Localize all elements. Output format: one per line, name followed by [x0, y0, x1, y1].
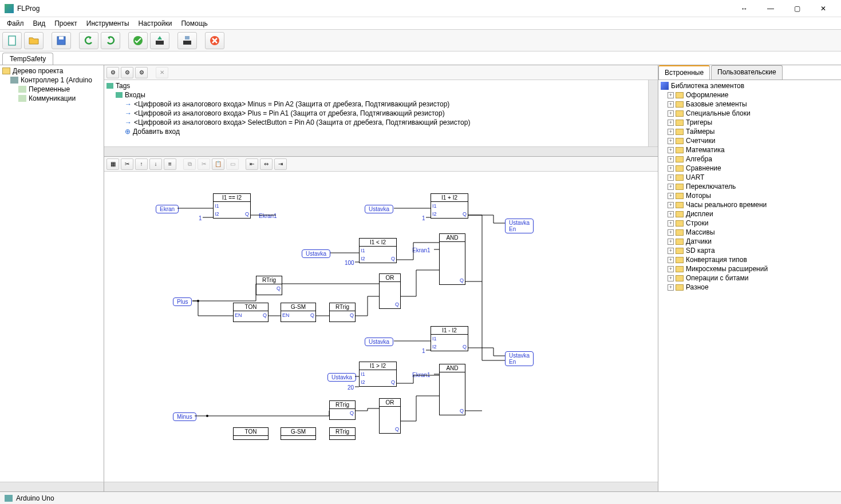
- menu-help[interactable]: Помощь: [176, 18, 212, 29]
- expand-icon[interactable]: +: [668, 174, 674, 181]
- tag-ustavka[interactable]: Ustavka: [327, 373, 356, 382]
- lib-item[interactable]: +Оформление: [660, 90, 840, 100]
- tree-controller[interactable]: Контроллер 1 (Arduino: [1, 76, 102, 85]
- lib-item[interactable]: +Операции с битами: [660, 273, 840, 283]
- compile-button[interactable]: [150, 32, 169, 49]
- redo-button[interactable]: [101, 32, 120, 49]
- tag-minus[interactable]: Minus: [173, 412, 196, 421]
- block-rtrig[interactable]: RTrig Q: [329, 400, 356, 420]
- lib-item[interactable]: +Датчики: [660, 237, 840, 246]
- new-file-button[interactable]: [2, 32, 22, 49]
- block-gt[interactable]: I1 > I2 I1I2Q: [359, 362, 397, 387]
- tag-btn-1[interactable]: ⚙: [106, 67, 119, 78]
- tree-root[interactable]: Дерево проекта: [1, 66, 102, 76]
- tag-ustavka[interactable]: Ustavka: [365, 205, 393, 213]
- block-gsm[interactable]: G-SM ENQ: [281, 303, 316, 322]
- tag-ustavka[interactable]: Ustavka: [365, 338, 393, 346]
- expand-icon[interactable]: +: [668, 266, 674, 272]
- diag-btn-copy[interactable]: ⧉: [183, 158, 196, 170]
- lib-item[interactable]: +Моторы: [660, 191, 840, 200]
- lib-item[interactable]: +Базовые элементы: [660, 100, 840, 109]
- lib-item[interactable]: +Строки: [660, 219, 840, 228]
- tag-input-row[interactable]: →<Цифровой из аналогового входа> Minus =…: [105, 100, 647, 109]
- tags-group-inputs[interactable]: Входы: [105, 90, 647, 100]
- minimize-button[interactable]: —: [757, 1, 784, 17]
- expand-icon[interactable]: +: [668, 156, 674, 162]
- diag-btn-order[interactable]: ≡: [164, 158, 176, 170]
- block-or[interactable]: OR Q: [379, 273, 401, 309]
- diag-btn-align-l[interactable]: ⇤: [246, 158, 258, 170]
- block-or[interactable]: OR Q: [379, 398, 401, 434]
- diag-btn-up[interactable]: ↑: [135, 158, 148, 170]
- block-eq[interactable]: I1 == I2 I1I2Q: [213, 193, 251, 219]
- block-rtrig[interactable]: RTrig Q: [256, 276, 282, 295]
- lib-item[interactable]: +Алгебра: [660, 154, 840, 164]
- diag-btn-align-c[interactable]: ⇔: [260, 158, 273, 170]
- tag-input-row[interactable]: →<Цифровой из аналогового входа> Plus = …: [105, 109, 647, 118]
- tab-tempsafety[interactable]: TempSafety: [2, 53, 53, 65]
- expand-icon[interactable]: +: [668, 120, 674, 126]
- expand-icon[interactable]: +: [668, 239, 674, 245]
- expand-icon[interactable]: +: [668, 129, 674, 135]
- lib-item[interactable]: +Сравнение: [660, 164, 840, 173]
- tag-add-input[interactable]: ⊕Добавить вход: [105, 127, 647, 136]
- tags-scrollbar-v[interactable]: [648, 80, 658, 146]
- block-rtrig[interactable]: RTrig Q: [329, 303, 356, 322]
- close-button[interactable]: ✕: [810, 1, 836, 17]
- tree-communications[interactable]: Коммуникации: [1, 94, 102, 103]
- diagram-canvas[interactable]: Ekran 1 I1 == I2 I1I2Q Ekran1 Ustavka 1 …: [104, 172, 658, 482]
- lib-item[interactable]: +Математика: [660, 145, 840, 154]
- lib-item[interactable]: +Специальные блоки: [660, 109, 840, 118]
- block-and[interactable]: AND Q: [439, 233, 465, 285]
- diag-btn-board[interactable]: ▦: [106, 158, 119, 170]
- expand-icon[interactable]: +: [668, 220, 674, 227]
- expand-icon[interactable]: +: [668, 257, 674, 263]
- block-sub[interactable]: I1 - I2 I1I2Q: [431, 326, 468, 351]
- lib-item[interactable]: +SD карта: [660, 246, 840, 255]
- expand-icon[interactable]: +: [668, 92, 674, 98]
- tree-variables[interactable]: Переменные: [1, 85, 102, 94]
- tag-delete-btn[interactable]: ✕: [156, 67, 168, 78]
- lib-item[interactable]: +Переключатель: [660, 182, 840, 191]
- project-scrollbar-h[interactable]: [0, 482, 104, 491]
- lib-tab-user[interactable]: Пользовательские: [711, 65, 783, 80]
- block-rtrig[interactable]: RTrig: [329, 427, 356, 440]
- diag-btn-del[interactable]: ▭: [226, 158, 239, 170]
- block-gsm[interactable]: G-SM: [281, 427, 316, 440]
- lib-item[interactable]: +UART: [660, 173, 840, 182]
- expand-icon[interactable]: +: [668, 147, 674, 153]
- tag-btn-2[interactable]: ⚙: [121, 67, 133, 78]
- expand-icon[interactable]: +: [668, 193, 674, 199]
- lib-item[interactable]: +Разное: [660, 283, 840, 292]
- lib-root[interactable]: Библиотека элементов: [660, 81, 840, 90]
- expand-icon[interactable]: +: [668, 101, 674, 108]
- maximize-button[interactable]: ▢: [784, 1, 810, 17]
- lib-item[interactable]: +Микросхемы расширений: [660, 264, 840, 273]
- expand-icon[interactable]: +: [668, 211, 674, 217]
- save-button[interactable]: [52, 32, 71, 49]
- expand-icon[interactable]: +: [668, 165, 674, 172]
- diag-btn-cut[interactable]: ✂: [121, 158, 133, 170]
- expand-icon[interactable]: +: [668, 229, 674, 236]
- block-and[interactable]: AND Q: [439, 364, 465, 415]
- move-button[interactable]: ↔: [731, 1, 757, 17]
- block-add[interactable]: I1 + I2 I1I2Q: [431, 193, 468, 219]
- expand-icon[interactable]: +: [668, 184, 674, 190]
- diag-btn-down[interactable]: ↓: [149, 158, 162, 170]
- tag-plus[interactable]: Plus: [173, 297, 192, 306]
- diagram-scrollbar-h[interactable]: [104, 482, 658, 491]
- expand-icon[interactable]: +: [668, 138, 674, 144]
- menu-settings[interactable]: Настройки: [134, 18, 177, 29]
- lib-item[interactable]: +Часы реального времени: [660, 200, 840, 209]
- undo-button[interactable]: [79, 32, 98, 49]
- diag-btn-align-r[interactable]: ⇥: [274, 158, 287, 170]
- tags-scrollbar-h[interactable]: [104, 146, 658, 156]
- tag-ustavka-en[interactable]: Ustavka En: [505, 219, 534, 233]
- lib-item[interactable]: +Таймеры: [660, 127, 840, 136]
- tag-ekran[interactable]: Ekran: [156, 205, 179, 213]
- block-lt[interactable]: I1 < I2 I1I2Q: [359, 238, 397, 263]
- open-file-button[interactable]: [24, 32, 44, 49]
- lib-item[interactable]: +Счетчики: [660, 136, 840, 145]
- menu-view[interactable]: Вид: [29, 18, 50, 29]
- lib-tab-builtin[interactable]: Встроенные: [658, 65, 710, 80]
